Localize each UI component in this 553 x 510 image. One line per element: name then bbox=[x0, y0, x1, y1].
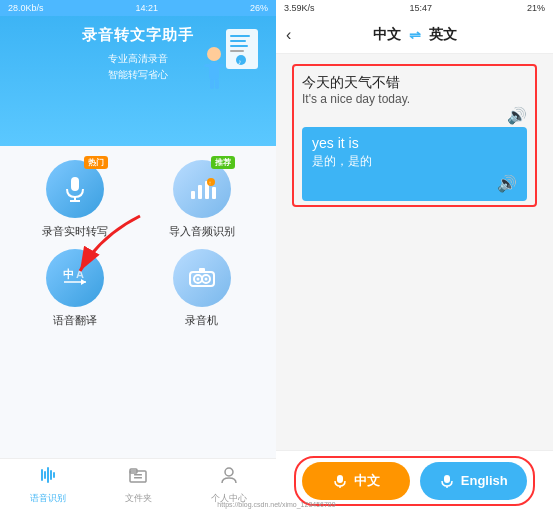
svg-point-42 bbox=[225, 468, 233, 476]
left-status-battery: 26% bbox=[250, 3, 268, 13]
back-button[interactable]: ‹ bbox=[286, 26, 291, 44]
feature-recorder[interactable]: 录音机 bbox=[143, 249, 260, 328]
svg-text:↑: ↑ bbox=[208, 180, 211, 186]
svg-point-29 bbox=[196, 278, 199, 281]
svg-rect-16 bbox=[191, 191, 195, 199]
svg-text:A: A bbox=[76, 268, 84, 280]
svg-rect-13 bbox=[71, 177, 79, 191]
right-status-signal: 3.59K/s bbox=[284, 3, 315, 13]
feature-import-icon-wrap: 推荐 ↑ bbox=[173, 160, 231, 218]
feature-realtime-label: 录音实时转写 bbox=[42, 224, 108, 239]
svg-rect-4 bbox=[230, 50, 244, 52]
nav-profile[interactable]: 个人中心 bbox=[211, 465, 247, 505]
target-language: 英文 bbox=[429, 26, 457, 44]
watermark: https://blog.csdn.net/ximo_123456789 bbox=[276, 501, 553, 508]
svg-text:♪: ♪ bbox=[238, 58, 242, 65]
mic-icon bbox=[59, 173, 91, 205]
recorder-icon bbox=[186, 262, 218, 294]
mic-small-icon bbox=[332, 473, 348, 489]
app-subtitle: 专业高清录音 智能转写省心 bbox=[108, 51, 168, 83]
source-language: 中文 bbox=[373, 26, 401, 44]
speaker-icon-1[interactable]: 🔊 bbox=[507, 106, 527, 125]
feature-import[interactable]: 推荐 ↑ 导入音频识别 bbox=[143, 160, 260, 239]
svg-rect-11 bbox=[210, 79, 214, 89]
translation-english: yes it is bbox=[312, 135, 517, 151]
chinese-lang-button[interactable]: 中文 bbox=[302, 462, 410, 500]
left-header: 录音转文字助手 专业高清录音 智能转写省心 ♪ bbox=[0, 16, 276, 146]
svg-rect-35 bbox=[47, 467, 49, 483]
svg-rect-17 bbox=[198, 185, 202, 199]
folder-icon bbox=[128, 465, 148, 490]
right-status-time: 15:47 bbox=[409, 3, 432, 13]
translation-box: 今天的天气不错 It's a nice day today. 🔊 yes it … bbox=[292, 64, 537, 207]
right-status-battery: 21% bbox=[527, 3, 545, 13]
right-panel: 3.59K/s 15:47 21% ‹ 中文 ⇌ 英文 今天的天气不错 It's… bbox=[276, 0, 553, 510]
svg-rect-34 bbox=[44, 471, 46, 479]
nav-speech[interactable]: 语音识别 bbox=[30, 465, 66, 505]
svg-rect-45 bbox=[444, 475, 450, 483]
right-status-bar: 3.59K/s 15:47 21% bbox=[276, 0, 553, 16]
features-grid: 热门 录音实时转写 推荐 bbox=[0, 146, 276, 342]
svg-rect-10 bbox=[217, 64, 224, 67]
svg-rect-31 bbox=[199, 268, 205, 273]
translated-text: It's a nice day today. bbox=[302, 92, 527, 106]
speech-icon bbox=[38, 465, 58, 490]
translate-icon: 中 A bbox=[59, 262, 91, 294]
badge-hot: 热门 bbox=[84, 156, 108, 169]
speaker-icon-2[interactable]: 🔊 bbox=[497, 174, 517, 193]
svg-rect-12 bbox=[215, 79, 219, 89]
svg-rect-19 bbox=[212, 187, 216, 199]
chinese-btn-label: 中文 bbox=[354, 472, 380, 490]
svg-rect-36 bbox=[50, 470, 52, 480]
svg-point-7 bbox=[207, 47, 221, 61]
english-lang-button[interactable]: English bbox=[420, 462, 528, 500]
svg-rect-33 bbox=[41, 469, 43, 481]
mic-small-icon-2 bbox=[439, 473, 455, 489]
svg-rect-3 bbox=[230, 45, 248, 47]
translation-block1: 今天的天气不错 It's a nice day today. 🔊 yes it … bbox=[294, 66, 535, 205]
nav-files[interactable]: 文件夹 bbox=[125, 465, 152, 505]
feature-recorder-icon-wrap bbox=[173, 249, 231, 307]
left-status-signal: 28.0Kb/s bbox=[8, 3, 44, 13]
badge-recommend: 推荐 bbox=[211, 156, 235, 169]
feature-realtime-icon-wrap: 热门 bbox=[46, 160, 104, 218]
profile-icon bbox=[219, 465, 239, 490]
svg-rect-1 bbox=[230, 35, 250, 37]
original-text: 今天的天气不错 bbox=[302, 74, 527, 92]
translation-content: 今天的天气不错 It's a nice day today. 🔊 yes it … bbox=[276, 54, 553, 450]
translation-block2: yes it is 是的，是的 🔊 bbox=[302, 127, 527, 201]
left-panel: 28.0Kb/s 14:21 26% 录音转文字助手 专业高清录音 智能转写省心… bbox=[0, 0, 276, 510]
left-status-bar: 28.0Kb/s 14:21 26% bbox=[0, 0, 276, 16]
svg-point-30 bbox=[204, 278, 207, 281]
right-header: ‹ 中文 ⇌ 英文 bbox=[276, 16, 553, 54]
svg-text:中: 中 bbox=[63, 268, 74, 280]
language-swap-icon[interactable]: ⇌ bbox=[409, 27, 421, 43]
svg-rect-41 bbox=[134, 477, 142, 479]
svg-rect-43 bbox=[337, 475, 343, 483]
feature-translate-icon-wrap: 中 A bbox=[46, 249, 104, 307]
english-btn-label: English bbox=[461, 473, 508, 488]
svg-rect-40 bbox=[134, 474, 142, 476]
svg-rect-9 bbox=[204, 64, 211, 67]
left-status-time: 14:21 bbox=[135, 3, 158, 13]
feature-import-label: 导入音频识别 bbox=[169, 224, 235, 239]
translate-title: 中文 ⇌ 英文 bbox=[373, 26, 457, 44]
header-illustration: ♪ bbox=[196, 24, 266, 104]
svg-rect-2 bbox=[230, 40, 246, 42]
svg-rect-37 bbox=[53, 472, 55, 478]
features-wrapper: 热门 录音实时转写 推荐 bbox=[0, 146, 276, 458]
feature-translate[interactable]: 中 A 语音翻译 bbox=[16, 249, 133, 328]
feature-translate-label: 语音翻译 bbox=[53, 313, 97, 328]
chart-icon: ↑ bbox=[186, 173, 218, 205]
feature-recorder-label: 录音机 bbox=[185, 313, 218, 328]
app-title: 录音转文字助手 bbox=[82, 26, 194, 45]
translation-chinese: 是的，是的 bbox=[312, 153, 517, 170]
feature-realtime[interactable]: 热门 录音实时转写 bbox=[16, 160, 133, 239]
